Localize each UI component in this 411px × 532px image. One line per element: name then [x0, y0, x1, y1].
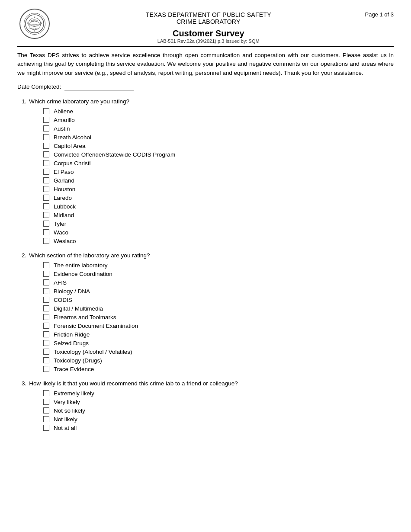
- list-item[interactable]: Waco: [43, 229, 394, 236]
- checkbox[interactable]: [43, 314, 49, 320]
- question-2-options: The entire laboratoryEvidence Coordinati…: [43, 262, 394, 372]
- question-1-text: 1.Which crime laboratory are you rating?: [22, 98, 394, 105]
- intro-text: The Texas DPS strives to achieve service…: [17, 51, 394, 77]
- option-label: Waco: [54, 229, 68, 236]
- list-item[interactable]: CODIS: [43, 297, 394, 303]
- list-item[interactable]: Extremely likely: [43, 390, 394, 397]
- option-label: Tyler: [54, 221, 66, 227]
- list-item[interactable]: AFIS: [43, 279, 394, 286]
- list-item[interactable]: Convicted Offender/Statewide CODIS Progr…: [43, 151, 394, 158]
- checkbox[interactable]: [43, 390, 49, 396]
- checkbox[interactable]: [43, 279, 49, 285]
- checkbox[interactable]: [43, 108, 49, 114]
- page-header: OF PUBLIC DEPARTMENT OF PUBLIC SAFETY E …: [17, 9, 394, 44]
- list-item[interactable]: Breath Alcohol: [43, 134, 394, 141]
- checkbox[interactable]: [43, 271, 49, 277]
- checkbox[interactable]: [43, 221, 49, 227]
- list-item[interactable]: Houston: [43, 186, 394, 192]
- list-item[interactable]: Corpus Christi: [43, 160, 394, 167]
- list-item[interactable]: Abilene: [43, 108, 394, 115]
- list-item[interactable]: Forensic Document Examination: [43, 323, 394, 329]
- list-item[interactable]: Very likely: [43, 399, 394, 405]
- list-item[interactable]: Weslaco: [43, 238, 394, 244]
- option-label: Lubbock: [54, 203, 76, 210]
- list-item[interactable]: Trace Evidence: [43, 366, 394, 372]
- list-item[interactable]: Digital / Multimedia: [43, 305, 394, 312]
- list-item[interactable]: Seized Drugs: [43, 340, 394, 346]
- list-item[interactable]: Midland: [43, 212, 394, 218]
- checkbox[interactable]: [43, 134, 49, 140]
- option-label: Breath Alcohol: [54, 134, 91, 141]
- checkbox[interactable]: [43, 203, 49, 209]
- option-label: CODIS: [54, 297, 72, 303]
- question-2: 2.Which section of the laboratory are yo…: [17, 252, 394, 372]
- list-item[interactable]: Firearms and Toolmarks: [43, 314, 394, 320]
- list-item[interactable]: Biology / DNA: [43, 288, 394, 295]
- checkbox[interactable]: [43, 125, 49, 131]
- agency-line2: CRIME LABORATORY: [177, 18, 241, 25]
- list-item[interactable]: Lubbock: [43, 203, 394, 210]
- list-item[interactable]: Not likely: [43, 416, 394, 423]
- checkbox[interactable]: [43, 297, 49, 303]
- question-3-options: Extremely likelyVery likelyNot so likely…: [43, 390, 394, 431]
- option-label: Trace Evidence: [54, 366, 94, 372]
- checkbox[interactable]: [43, 160, 49, 166]
- checkbox[interactable]: [43, 288, 49, 294]
- checkbox[interactable]: [43, 177, 49, 183]
- agency-title: TEXAS DEPARTMENT OF PUBLIC SAFETY CRIME …: [52, 11, 365, 25]
- form-info: LAB-501 Rev.02a (09/2021) p.3 Issued by:…: [52, 38, 365, 44]
- option-label: Midland: [54, 212, 74, 218]
- list-item[interactable]: Toxicology (Drugs): [43, 357, 394, 364]
- list-item[interactable]: Not so likely: [43, 407, 394, 414]
- checkbox[interactable]: [43, 238, 49, 244]
- checkbox[interactable]: [43, 366, 49, 372]
- option-label: Convicted Offender/Statewide CODIS Progr…: [54, 151, 175, 158]
- checkbox[interactable]: [43, 262, 49, 268]
- list-item[interactable]: Not at all: [43, 425, 394, 431]
- list-item[interactable]: Capitol Area: [43, 143, 394, 149]
- list-item[interactable]: Evidence Coordination: [43, 271, 394, 277]
- option-label: Weslaco: [54, 238, 76, 244]
- list-item[interactable]: Garland: [43, 177, 394, 184]
- checkbox[interactable]: [43, 151, 49, 157]
- checkbox[interactable]: [43, 169, 49, 175]
- checkbox[interactable]: [43, 349, 49, 355]
- list-item[interactable]: Amarillo: [43, 117, 394, 123]
- checkbox[interactable]: [43, 407, 49, 413]
- survey-title: Customer Survey: [52, 29, 365, 38]
- checkbox[interactable]: [43, 357, 49, 363]
- list-item[interactable]: El Paso: [43, 169, 394, 175]
- checkbox[interactable]: [43, 305, 49, 311]
- checkbox[interactable]: [43, 399, 49, 405]
- checkbox[interactable]: [43, 323, 49, 329]
- checkbox[interactable]: [43, 425, 49, 431]
- list-item[interactable]: Tyler: [43, 221, 394, 227]
- checkbox[interactable]: [43, 331, 49, 337]
- checkbox[interactable]: [43, 195, 49, 201]
- list-item[interactable]: The entire laboratory: [43, 262, 394, 269]
- option-label: Capitol Area: [54, 143, 86, 149]
- option-label: El Paso: [54, 169, 74, 175]
- checkbox[interactable]: [43, 416, 49, 422]
- list-item[interactable]: Friction Ridge: [43, 331, 394, 338]
- checkbox[interactable]: [43, 143, 49, 149]
- list-item[interactable]: Toxicology (Alcohol / Volatiles): [43, 349, 394, 355]
- option-label: Extremely likely: [54, 390, 94, 397]
- list-item[interactable]: Austin: [43, 125, 394, 132]
- question-number: 1.: [22, 98, 26, 105]
- logo-svg: OF PUBLIC DEPARTMENT OF PUBLIC SAFETY E …: [25, 14, 45, 34]
- checkbox[interactable]: [43, 229, 49, 235]
- header-center: TEXAS DEPARTMENT OF PUBLIC SAFETY CRIME …: [52, 9, 365, 44]
- agency-logo: OF PUBLIC DEPARTMENT OF PUBLIC SAFETY E …: [19, 9, 50, 39]
- list-item[interactable]: Laredo: [43, 195, 394, 201]
- option-label: Evidence Coordination: [54, 271, 112, 277]
- question-1: 1.Which crime laboratory are you rating?…: [17, 98, 394, 244]
- checkbox[interactable]: [43, 340, 49, 346]
- checkbox[interactable]: [43, 186, 49, 192]
- option-label: Biology / DNA: [54, 288, 90, 295]
- checkbox[interactable]: [43, 117, 49, 123]
- option-label: Very likely: [54, 399, 80, 405]
- checkbox[interactable]: [43, 212, 49, 218]
- option-label: Toxicology (Alcohol / Volatiles): [54, 349, 132, 355]
- question-number: 2.: [22, 252, 26, 259]
